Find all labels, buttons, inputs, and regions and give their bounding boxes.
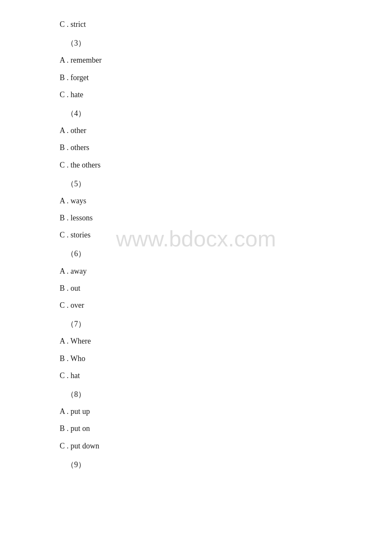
question-number: （7）: [60, 317, 341, 331]
answer-option: A . away: [60, 264, 341, 278]
answer-option: B . out: [60, 281, 341, 295]
question-number: （6）: [60, 246, 341, 261]
answer-option: B . Who: [60, 351, 341, 366]
answer-option: A . remember: [60, 53, 341, 67]
answer-option: A . ways: [60, 194, 341, 208]
answer-option: B . put on: [60, 421, 341, 436]
answer-option: B . forget: [60, 70, 341, 85]
answer-option: C . hate: [60, 87, 341, 102]
question-number: （4）: [60, 106, 341, 121]
question-number: （3）: [60, 36, 341, 50]
answer-option: A . Where: [60, 334, 341, 348]
answer-option: C . put down: [60, 439, 341, 453]
answer-option: C . the others: [60, 158, 341, 172]
answer-option: A . other: [60, 123, 341, 138]
answer-option: A . put up: [60, 404, 341, 419]
question-number: （5）: [60, 176, 341, 191]
answer-option: C . strict: [60, 17, 341, 32]
answer-option: B . lessons: [60, 211, 341, 225]
answer-option: C . over: [60, 298, 341, 312]
question-number: （8）: [60, 387, 341, 402]
answer-option: C . hat: [60, 368, 341, 383]
answer-option: B . others: [60, 140, 341, 155]
answer-option: C . stories: [60, 228, 341, 242]
question-number: （9）: [60, 457, 341, 472]
